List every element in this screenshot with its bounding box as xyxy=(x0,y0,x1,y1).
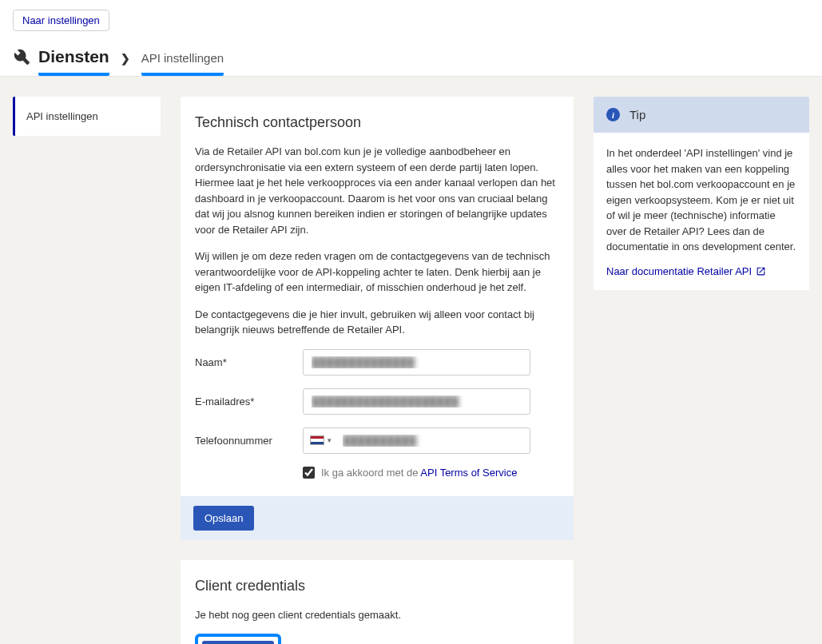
contact-para-2: Wij willen je om deze reden vragen om de… xyxy=(195,248,559,296)
terms-prefix: Ik ga akkoord met de xyxy=(321,467,420,479)
tip-link-text: Naar documentatie Retailer API xyxy=(606,265,752,277)
terms-link[interactable]: API Terms of Service xyxy=(420,467,517,479)
phone-wrapper: ▾ xyxy=(303,427,530,454)
flag-nl-icon xyxy=(310,435,324,445)
contact-panel: Technisch contactpersoon Via de Retailer… xyxy=(181,97,574,540)
external-link-icon xyxy=(756,266,766,276)
sidebar-item-api-settings[interactable]: API instellingen xyxy=(13,97,161,136)
info-icon: i xyxy=(606,108,620,121)
email-label: E-mailadres* xyxy=(195,396,303,407)
terms-row: Ik ga akkoord met de API Terms of Servic… xyxy=(303,467,559,479)
chevron-down-icon: ▾ xyxy=(328,436,332,444)
tools-icon xyxy=(13,48,30,66)
email-row: E-mailadres* xyxy=(195,388,559,415)
credentials-title: Client credentials xyxy=(195,578,559,594)
breadcrumb-main[interactable]: Diensten xyxy=(38,47,109,76)
chevron-right-icon: ❯ xyxy=(121,52,130,74)
layout: API instellingen Technisch contactpersoo… xyxy=(0,77,822,644)
create-button-highlight: Aanmaken xyxy=(195,634,281,644)
main-column: Technisch contactpersoon Via de Retailer… xyxy=(181,97,574,644)
contact-para-1: Via de Retailer API van bol.com kun je j… xyxy=(195,144,559,237)
top-bar: Naar instellingen xyxy=(0,0,822,41)
phone-label: Telefoonnummer xyxy=(195,435,303,447)
aside: i Tip In het onderdeel 'API instellingen… xyxy=(594,97,809,290)
breadcrumb: Diensten ❯ API instellingen xyxy=(38,47,224,76)
phone-input[interactable] xyxy=(338,428,530,453)
contact-para-3: De contactgegevens die je hier invult, g… xyxy=(195,307,559,338)
tip-text: In het onderdeel 'API instellingen' vind… xyxy=(606,145,796,255)
breadcrumb-sub: API instellingen xyxy=(141,51,224,76)
save-button[interactable]: Opslaan xyxy=(193,506,254,531)
contact-title: Technisch contactpersoon xyxy=(195,114,559,131)
phone-country-selector[interactable]: ▾ xyxy=(304,435,338,445)
tip-header: i Tip xyxy=(594,97,809,133)
tip-title: Tip xyxy=(629,108,645,121)
tip-docs-link[interactable]: Naar documentatie Retailer API xyxy=(606,265,766,277)
credentials-empty-text: Je hebt nog geen client credentials gema… xyxy=(195,607,559,623)
email-input[interactable] xyxy=(303,388,530,415)
contact-footer: Opslaan xyxy=(181,496,574,540)
name-row: Naam* xyxy=(195,349,559,376)
page-header: Diensten ❯ API instellingen xyxy=(0,41,822,77)
name-input[interactable] xyxy=(303,349,530,376)
back-to-settings-link[interactable]: Naar instellingen xyxy=(13,10,109,31)
tip-panel: i Tip In het onderdeel 'API instellingen… xyxy=(594,97,809,290)
credentials-panel: Client credentials Je hebt nog geen clie… xyxy=(181,560,574,645)
terms-checkbox[interactable] xyxy=(303,467,315,479)
tip-body: In het onderdeel 'API instellingen' vind… xyxy=(594,133,809,290)
phone-row: Telefoonnummer ▾ xyxy=(195,427,559,454)
create-button[interactable]: Aanmaken xyxy=(202,641,274,644)
name-label: Naam* xyxy=(195,356,303,368)
sidebar: API instellingen xyxy=(13,97,161,136)
